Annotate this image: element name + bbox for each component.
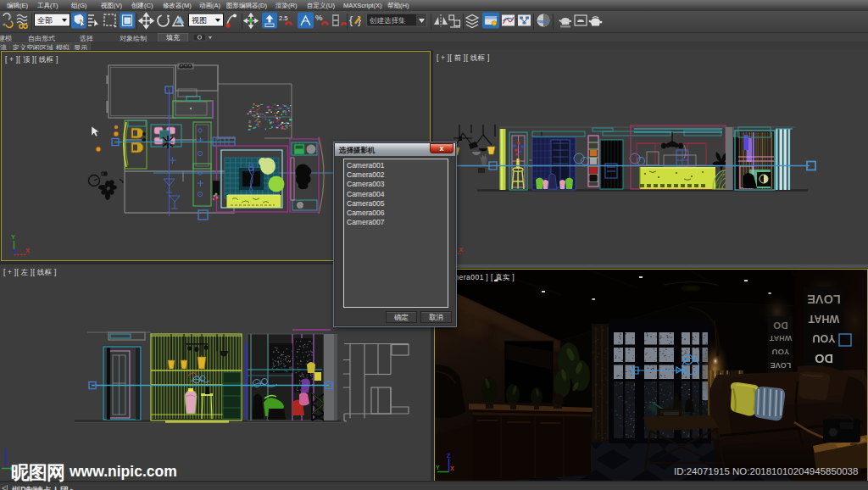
svg-text:Y: Y <box>436 465 440 471</box>
svg-text:{: { <box>349 14 353 26</box>
svg-text:视图: 视图 <box>192 16 207 25</box>
svg-text:X: X <box>25 247 30 254</box>
svg-text:WHAT: WHAT <box>808 313 839 325</box>
svg-text:X: X <box>459 246 463 253</box>
svg-text:X: X <box>450 465 454 471</box>
svg-text:Y: Y <box>11 233 15 241</box>
svg-text:WHAT: WHAT <box>769 334 792 342</box>
svg-text:创建选择集: 创建选择集 <box>369 16 406 25</box>
svg-text:DO: DO <box>773 320 787 331</box>
svg-text:Z: Z <box>447 453 451 459</box>
svg-text:LOVE: LOVE <box>771 361 792 370</box>
svg-text:YOU: YOU <box>772 348 790 357</box>
svg-text:LOVE: LOVE <box>807 292 841 306</box>
svg-text:2.5: 2.5 <box>279 14 287 22</box>
svg-text:全部: 全部 <box>37 16 53 25</box>
svg-text:DO: DO <box>815 352 833 365</box>
svg-text:%: % <box>315 13 323 22</box>
svg-text:YOU: YOU <box>812 332 835 344</box>
